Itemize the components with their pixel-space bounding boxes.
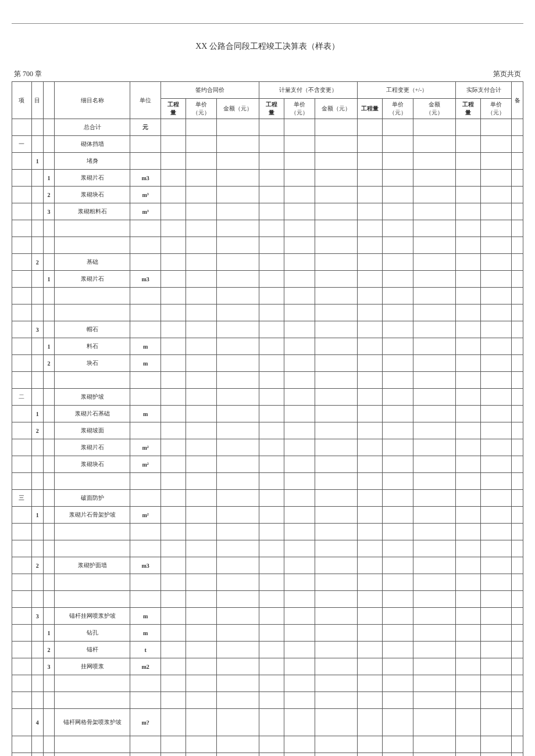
cell [161, 271, 186, 288]
cell: 挂网喷浆 [55, 658, 130, 675]
settlement-table: 项 目 细目名称 单位 签约合同价 计量支付（不含变更） 工程变更（+/-） 实… [12, 81, 523, 756]
cell [358, 119, 382, 136]
cell [217, 321, 259, 338]
table-row: 一砌体挡墙 [12, 136, 523, 153]
cell [512, 372, 523, 389]
cell [456, 372, 480, 389]
cell [315, 625, 358, 642]
cell [186, 642, 217, 658]
cell [186, 658, 217, 675]
cell [382, 574, 413, 591]
cell [186, 170, 217, 187]
cell [480, 406, 512, 422]
cell [315, 288, 358, 304]
cell [512, 574, 523, 591]
cell [284, 187, 315, 203]
cell [480, 170, 512, 187]
cell [161, 658, 186, 675]
cell [413, 557, 456, 574]
cell: m [130, 625, 161, 642]
cell [186, 389, 217, 406]
cell [259, 557, 284, 574]
cell [55, 473, 130, 490]
cell [161, 304, 186, 321]
cell [31, 692, 43, 709]
cell [161, 591, 186, 608]
cell [315, 304, 358, 321]
cell [284, 406, 315, 422]
cell [284, 321, 315, 338]
cell [315, 254, 358, 271]
cell [480, 254, 512, 271]
cell [480, 304, 512, 321]
cell [413, 625, 456, 642]
cell [284, 220, 315, 237]
cell [315, 439, 358, 456]
cell [315, 355, 358, 372]
hdr-price3: 单价（元） [382, 99, 413, 119]
cell [413, 473, 456, 490]
cell [480, 271, 512, 288]
table-row [12, 591, 523, 608]
cell [43, 119, 55, 136]
cell [512, 709, 523, 736]
cell [456, 540, 480, 557]
cell: m² [130, 507, 161, 524]
cell [456, 203, 480, 220]
cell [358, 372, 382, 389]
cell [456, 642, 480, 658]
cell [43, 574, 55, 591]
cell [55, 574, 130, 591]
cell [382, 304, 413, 321]
cell [55, 237, 130, 254]
cell: 3 [43, 203, 55, 220]
cell [413, 692, 456, 709]
cell [413, 490, 456, 507]
hdr-bei: 备 [512, 82, 523, 119]
cell [43, 753, 55, 757]
cell: 浆砌护坡 [55, 389, 130, 406]
top-divider [12, 23, 523, 24]
cell [382, 254, 413, 271]
cell [186, 456, 217, 473]
cell [217, 220, 259, 237]
table-row: 2基础 [12, 254, 523, 271]
cell [315, 321, 358, 338]
cell [512, 237, 523, 254]
cell: 2 [43, 355, 55, 372]
cell [358, 170, 382, 187]
cell [315, 642, 358, 658]
cell [259, 753, 284, 757]
cell [456, 456, 480, 473]
table-row: 3挂网喷浆m2 [12, 658, 523, 675]
cell [43, 237, 55, 254]
cell [413, 574, 456, 591]
hdr-amt2: 金额（元） [315, 99, 358, 119]
cell [217, 389, 259, 406]
cell [161, 406, 186, 422]
cell: 块石 [55, 355, 130, 372]
cell [130, 136, 161, 153]
cell [186, 338, 217, 355]
cell [186, 372, 217, 389]
cell [512, 422, 523, 439]
cell: m [130, 608, 161, 625]
table-row: 4锚杆网格骨架喷浆护坡m? [12, 709, 523, 736]
cell [413, 507, 456, 524]
cell [186, 557, 217, 574]
cell [186, 406, 217, 422]
hdr-unit: 单位 [130, 82, 161, 119]
cell [512, 692, 523, 709]
cell [43, 288, 55, 304]
cell [358, 203, 382, 220]
hdr-sub [43, 82, 55, 119]
hdr-price2: 单价（元） [284, 99, 315, 119]
table-row [12, 372, 523, 389]
cell [358, 692, 382, 709]
cell [259, 254, 284, 271]
cell [284, 524, 315, 540]
cell [413, 304, 456, 321]
table-row: 1浆砌片石m3 [12, 170, 523, 187]
cell [315, 608, 358, 625]
table-row: 2块石m [12, 355, 523, 372]
